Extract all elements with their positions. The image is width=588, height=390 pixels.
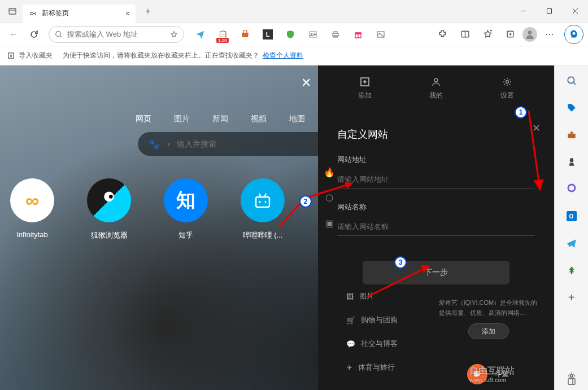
panel-tab-mine[interactable]: 我的 [429, 76, 443, 100]
profile-button[interactable] [522, 27, 537, 42]
sb-tag-icon[interactable] [563, 99, 580, 116]
sb-telegram-icon[interactable] [563, 235, 580, 252]
iqiyi-description: 爱奇艺（iQIYI.COM）是全球领先的提供海量、优质、高清的网络… [439, 298, 538, 318]
ext-shield-icon[interactable] [280, 24, 300, 45]
annotation-3: 3 [394, 256, 407, 269]
ext-shop-icon[interactable] [235, 24, 255, 45]
sb-search-icon[interactable] [563, 72, 580, 89]
svg-line-44 [573, 82, 575, 84]
ext-printer-icon[interactable] [325, 24, 346, 45]
import-icon [7, 51, 15, 60]
sb-outlook-icon[interactable]: O [563, 208, 580, 225]
ext-l-icon[interactable]: L [258, 24, 278, 45]
baidu-icon[interactable]: 🐾 [148, 138, 160, 150]
ext-gift-icon[interactable] [348, 24, 368, 45]
hex-icon[interactable]: ⬡ [325, 192, 333, 203]
category-sports[interactable]: ✈体育与旅行 [346, 362, 398, 373]
browser-toolbar: ← 📋1.00 L ⋯ [0, 23, 588, 46]
annotation-1: 1 [515, 106, 527, 119]
url-label: 网站地址 [337, 155, 535, 165]
sb-add-icon[interactable]: + [563, 289, 580, 306]
split-screen-button[interactable] [455, 24, 475, 45]
refresh-button[interactable] [25, 25, 43, 43]
more-button[interactable]: ⋯ [539, 24, 560, 45]
copilot-button[interactable] [564, 25, 583, 44]
category-image[interactable]: 🖼图片 [346, 291, 398, 301]
tile-zhihu[interactable]: 知 知乎 [164, 178, 208, 240]
tile-lemur[interactable]: 狐猴浏览器 [87, 178, 131, 240]
collections-button[interactable] [500, 24, 520, 45]
tab-news[interactable]: 新闻 [212, 114, 228, 124]
svg-rect-3 [547, 9, 551, 14]
svg-point-23 [528, 30, 532, 34]
svg-point-37 [506, 80, 509, 83]
maximize-button[interactable] [536, 0, 562, 23]
svg-rect-45 [568, 134, 576, 138]
name-input[interactable] [337, 218, 535, 236]
tab-web[interactable]: 网页 [136, 114, 151, 124]
tab-video[interactable]: 视频 [251, 114, 267, 124]
close-button[interactable] [562, 0, 588, 23]
new-tab-button[interactable]: + [140, 3, 156, 19]
favorite-icon[interactable] [170, 30, 178, 38]
svg-point-24 [573, 32, 576, 34]
tab-map[interactable]: 地图 [289, 114, 305, 124]
iqiyi-add-button[interactable]: 添加 [468, 323, 509, 339]
favorites-hint: 为便于快速访问，请将收藏夹放在收藏夹栏上。正在查找收藏夹？ [63, 51, 259, 60]
svg-line-7 [60, 36, 62, 37]
back-button[interactable]: ← [5, 25, 23, 43]
sb-tree-icon[interactable] [563, 262, 580, 279]
tab-close-icon[interactable]: × [125, 9, 130, 18]
tab-title: 新标签页 [42, 8, 121, 18]
iqiyi-card: 爱奇艺（iQIYI.COM）是全球领先的提供海量、优质、高清的网络… 添加 [432, 291, 545, 346]
sb-tools-icon[interactable] [563, 126, 580, 143]
ext-picture-icon[interactable] [371, 24, 391, 45]
infinitytab-icon: ∞ [10, 178, 54, 222]
svg-point-36 [434, 78, 438, 82]
watermark: 自由互联站 www.xz9.com [469, 365, 515, 383]
sb-settings-icon[interactable] [563, 367, 580, 384]
category-social[interactable]: 💬社交与博客 [346, 339, 398, 349]
import-favorites-button[interactable]: 导入收藏夹 [19, 51, 53, 60]
form-close-icon[interactable]: ✕ [532, 122, 541, 134]
lemur-icon [87, 178, 131, 222]
tab-image[interactable]: 图片 [174, 114, 190, 124]
search-icon [55, 30, 63, 38]
next-button[interactable]: 下一步 [363, 261, 509, 284]
annotation-2: 2 [299, 195, 312, 208]
check-profile-link[interactable]: 检查个人资料 [263, 51, 303, 60]
tabs-overview-icon[interactable] [5, 3, 20, 19]
sb-m365-icon[interactable] [563, 181, 580, 198]
svg-rect-28 [256, 197, 269, 207]
infinity-icon [28, 9, 37, 18]
minimize-button[interactable] [510, 0, 536, 23]
browser-tab[interactable]: 新标签页 × [23, 5, 136, 23]
chat-icon: 💬 [346, 340, 355, 348]
box-icon[interactable]: ▣ [325, 218, 334, 229]
cart-icon: 🛒 [346, 316, 355, 325]
search-category-tabs: 网页 图片 新闻 视频 地图 [136, 114, 305, 124]
extensions-button[interactable] [432, 24, 452, 45]
svg-rect-46 [570, 132, 573, 133]
tile-bilibili[interactable]: 哔哩哔哩 (... [241, 178, 285, 240]
form-title: 自定义网站 [337, 128, 535, 141]
zhihu-icon: 知 [164, 178, 208, 222]
edge-sidebar: O + [554, 65, 588, 390]
svg-rect-0 [9, 8, 16, 14]
fire-icon[interactable]: 🔥 [324, 167, 335, 178]
sb-chess-icon[interactable] [563, 154, 580, 170]
panel-tab-add[interactable]: 添加 [358, 76, 372, 100]
ext-image-icon[interactable] [303, 24, 323, 45]
favorites-button[interactable] [477, 24, 498, 45]
panel-close-icon[interactable]: ✕ [301, 76, 311, 90]
ext-plane-icon[interactable] [190, 24, 210, 45]
panel-tab-settings[interactable]: 设置 [500, 76, 514, 100]
address-bar[interactable] [49, 26, 184, 43]
category-shopping[interactable]: 🛒购物与团购 [346, 315, 398, 325]
url-input[interactable] [337, 170, 535, 189]
window-titlebar: 新标签页 × + [0, 0, 588, 23]
address-input[interactable] [67, 30, 165, 38]
ext-badge-icon[interactable]: 📋1.00 [212, 24, 233, 45]
svg-point-50 [570, 375, 573, 377]
tile-infinitytab[interactable]: ∞ Infinitytab [10, 178, 54, 240]
